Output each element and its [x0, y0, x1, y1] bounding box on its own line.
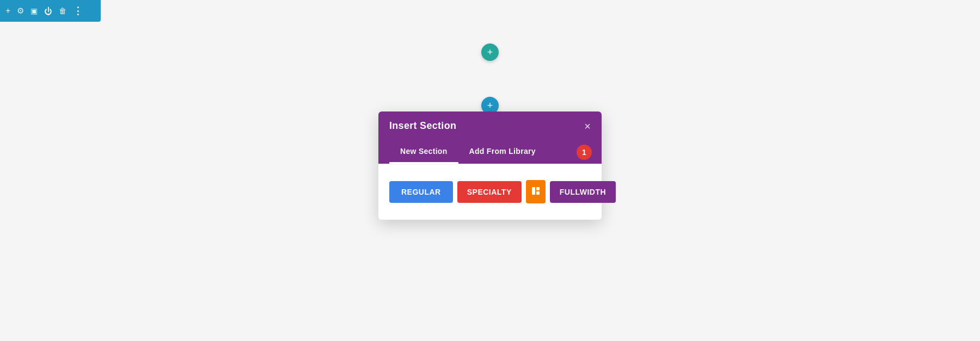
library-badge: 1 [577, 145, 592, 160]
svg-rect-0 [532, 187, 535, 195]
svg-rect-2 [536, 191, 540, 195]
specialty-icon-button[interactable] [526, 180, 546, 203]
specialty-layout-icon [531, 187, 540, 195]
trash-icon[interactable] [59, 7, 66, 15]
fullwidth-button[interactable]: Fullwidth [550, 181, 616, 203]
layout-icon[interactable] [30, 7, 38, 15]
settings-icon[interactable] [17, 6, 24, 16]
tab-add-from-library[interactable]: Add From Library [458, 140, 547, 164]
add-top-icon: + [487, 47, 493, 58]
insert-section-modal: Insert Section × New Section Add From Li… [378, 111, 602, 220]
tab-new-section[interactable]: New Section [389, 140, 458, 164]
specialty-button[interactable]: Specialty [457, 181, 522, 203]
modal-tabs: New Section Add From Library 1 [378, 140, 602, 164]
regular-button[interactable]: Regular [389, 181, 453, 203]
add-icon[interactable] [5, 6, 10, 16]
add-mid-icon: + [487, 100, 493, 111]
power-icon[interactable] [44, 7, 52, 16]
modal-body: Regular Specialty Fullwidth [378, 164, 602, 220]
svg-rect-1 [536, 187, 540, 190]
modal-close-button[interactable]: × [584, 121, 591, 132]
more-icon[interactable] [73, 5, 83, 17]
toolbar [0, 0, 101, 22]
modal-header: Insert Section × [378, 111, 602, 140]
add-section-top-button[interactable]: + [481, 44, 499, 61]
modal-title: Insert Section [389, 120, 456, 132]
